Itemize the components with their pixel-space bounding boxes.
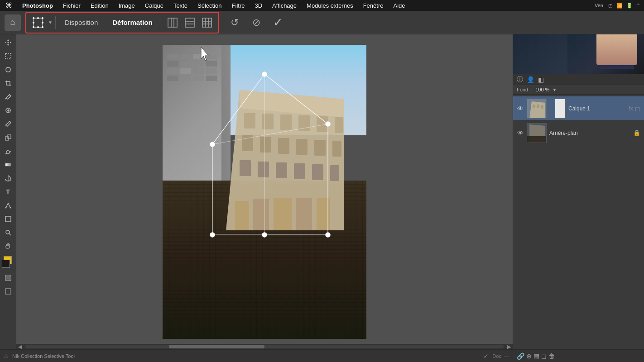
layer-item-calque1[interactable]: 👁 Calque 1 fx ◻	[513, 96, 644, 121]
menu-edition[interactable]: Edition	[89, 1, 111, 10]
warp-grid-button[interactable]	[199, 15, 215, 30]
menu-3d[interactable]: 3D	[253, 1, 264, 10]
scroll-left-arrow[interactable]: ◀	[16, 344, 24, 350]
scrollbar-track[interactable]	[25, 345, 504, 348]
tool-shape[interactable]	[2, 213, 14, 225]
tool-clone[interactable]	[2, 131, 14, 144]
svg-rect-43	[280, 114, 292, 130]
svg-rect-33	[5, 216, 11, 222]
eraser-tool-icon	[5, 148, 12, 155]
svg-rect-11	[168, 18, 177, 27]
cancel-button[interactable]: ⊘	[247, 14, 265, 32]
layers-panel: 👁 Calque 1 fx ◻	[513, 95, 644, 349]
disposition-button[interactable]: Disposition	[58, 15, 104, 30]
layer-item-arriere-plan[interactable]: 👁 Arrière-plan 🔒	[513, 121, 644, 145]
move-tool-icon	[4, 38, 12, 47]
footer-icon-4[interactable]: ◻	[541, 352, 547, 360]
warp-split-icon	[168, 18, 178, 28]
tool-lasso[interactable]	[2, 63, 14, 76]
footer-icon-1[interactable]: 🔗	[517, 352, 524, 360]
tool-move[interactable]	[2, 36, 14, 49]
svg-rect-41	[244, 113, 255, 129]
toolbar-right-actions: ↺ ⊘ ✓	[226, 14, 287, 32]
svg-rect-37	[6, 276, 10, 280]
tool-eraser[interactable]	[2, 145, 14, 157]
status-bar: ⚠ Nik Collection Selective Tool ✓ Doc: —	[0, 349, 513, 362]
svg-rect-17	[202, 18, 211, 27]
layer-icons-arriere-plan: 🔒	[633, 129, 640, 136]
svg-point-32	[10, 207, 11, 209]
layer-name-calque1: Calque 1	[568, 105, 626, 112]
layer-visibility-calque1[interactable]: 👁	[517, 105, 524, 112]
warp-split-cols-button[interactable]	[165, 15, 180, 30]
tool-path[interactable]	[2, 199, 14, 212]
menu-photoshop[interactable]: Photoshop	[20, 1, 55, 10]
layer-name-arriere-plan: Arrière-plan	[549, 130, 630, 136]
footer-icon-3[interactable]: ▦	[533, 352, 539, 360]
tool-screen-mode[interactable]	[2, 285, 14, 298]
menu-image[interactable]: Image	[117, 1, 137, 10]
tool-zoom[interactable]	[2, 226, 14, 239]
tool-eyedropper[interactable]	[2, 90, 14, 103]
menu-fichier[interactable]: Fichier	[61, 1, 82, 10]
layer-icons-calque1: fx ◻	[629, 105, 640, 112]
tool-gradient[interactable]	[2, 158, 14, 171]
scroll-right-arrow[interactable]: ▶	[505, 344, 513, 350]
tool-hand[interactable]	[2, 240, 14, 252]
quick-mask-icon	[5, 274, 12, 281]
transform-mode-icon[interactable]	[30, 14, 46, 31]
tool-pen[interactable]	[2, 172, 14, 185]
svg-rect-59	[235, 201, 249, 230]
home-button[interactable]: ⌂	[5, 14, 21, 31]
scrollbar-thumb[interactable]	[169, 345, 264, 348]
status-confirm-icon[interactable]: ✓	[483, 352, 489, 360]
svg-rect-50	[296, 139, 308, 155]
svg-point-22	[7, 42, 9, 43]
canvas-content	[163, 45, 366, 339]
svg-rect-58	[330, 165, 339, 181]
apple-menu[interactable]: ⌘	[4, 0, 14, 10]
transform-dropdown-arrow[interactable]: ▼	[48, 20, 53, 25]
menu-fenetre[interactable]: Fenêtre	[361, 1, 385, 10]
menu-filtre[interactable]: Filtre	[230, 1, 247, 10]
layer-visibility-arriere-plan[interactable]: 👁	[517, 129, 524, 137]
tool-text[interactable]: T	[2, 186, 14, 198]
status-bar-right: ✓ Doc: —	[483, 352, 509, 360]
layer-lock-icon: 🔒	[633, 129, 640, 136]
lasso-tool-icon	[5, 66, 12, 73]
tool-heal[interactable]	[2, 104, 14, 117]
undo-button[interactable]: ↺	[226, 14, 244, 32]
svg-point-3	[33, 17, 34, 19]
warp-split-rows-button[interactable]	[182, 15, 197, 30]
svg-rect-79	[537, 105, 539, 108]
svg-rect-84	[527, 136, 547, 143]
menu-texte[interactable]: Texte	[172, 1, 189, 10]
adjust-icon[interactable]: ◧	[538, 76, 544, 83]
horizontal-scrollbar[interactable]: ◀ ▶	[16, 344, 513, 349]
svg-rect-78	[533, 105, 535, 108]
menu-calque[interactable]: Calque	[143, 1, 165, 10]
person-icon[interactable]: 👤	[527, 76, 534, 83]
tool-crop[interactable]	[2, 77, 14, 90]
menu-aide[interactable]: Aide	[391, 1, 407, 10]
footer-icon-5[interactable]: 🗑	[548, 352, 555, 360]
info-icon[interactable]: ⓘ	[517, 76, 523, 84]
svg-marker-77	[529, 101, 545, 119]
menu-selection[interactable]: Sélection	[196, 1, 223, 10]
opacity-value: 100 %	[535, 87, 549, 92]
deformation-button[interactable]: Déformation	[106, 15, 159, 30]
svg-point-9	[33, 22, 34, 24]
toolbar-highlighted-section: ▼ Disposition Déformation	[25, 12, 219, 33]
opacity-arrow[interactable]: ▼	[552, 87, 557, 92]
footer-icon-2[interactable]: ⊕	[526, 352, 532, 360]
crop-tool-icon	[5, 80, 12, 87]
svg-rect-47	[242, 135, 253, 151]
tool-select[interactable]	[2, 50, 14, 62]
canvas-area[interactable]	[16, 34, 513, 349]
tool-brush[interactable]	[2, 118, 14, 130]
foreground-color-swatch[interactable]	[2, 256, 14, 269]
menu-modules[interactable]: Modules externes	[305, 1, 355, 10]
confirm-button[interactable]: ✓	[269, 14, 287, 32]
tool-quick-mask[interactable]	[2, 272, 14, 284]
menu-affichage[interactable]: Affichage	[270, 1, 298, 10]
